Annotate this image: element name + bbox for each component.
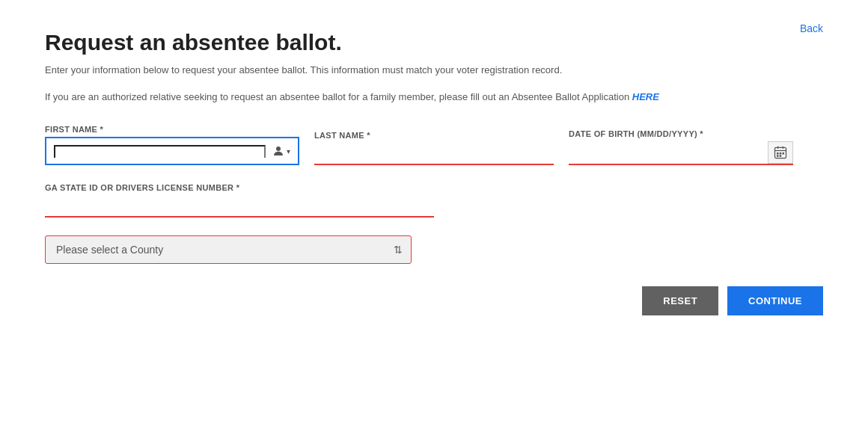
last-name-label: LAST NAME * bbox=[314, 131, 554, 140]
form-section: FIRST NAME * ▾ LAST NAME * bbox=[45, 125, 823, 264]
reset-button[interactable]: RESET bbox=[642, 286, 718, 315]
state-id-input[interactable] bbox=[45, 195, 434, 218]
button-row: RESET CONTINUE bbox=[45, 286, 823, 315]
authorized-note-prefix: If you are an authorized relative seekin… bbox=[45, 91, 632, 102]
page-container: Back Request an absentee ballot. Enter y… bbox=[0, 0, 868, 444]
svg-point-0 bbox=[276, 147, 281, 151]
continue-button[interactable]: CONTINUE bbox=[727, 286, 823, 315]
dob-wrapper bbox=[569, 141, 793, 165]
dob-label: DATE OF BIRTH (MM/DD/YYYY) * bbox=[569, 129, 793, 138]
last-name-field: LAST NAME * bbox=[314, 131, 554, 165]
dob-input[interactable] bbox=[569, 142, 763, 163]
last-name-input[interactable] bbox=[314, 143, 554, 165]
state-id-field: GA STATE ID OR DRIVERS LICENSE NUMBER * bbox=[45, 183, 434, 218]
back-link[interactable]: Back bbox=[800, 22, 823, 34]
chevron-down-icon: ▾ bbox=[287, 147, 290, 155]
first-name-label: FIRST NAME * bbox=[45, 125, 299, 134]
first-name-input[interactable] bbox=[54, 145, 266, 158]
svg-rect-6 bbox=[780, 152, 782, 155]
svg-rect-8 bbox=[777, 155, 779, 157]
svg-rect-7 bbox=[783, 152, 785, 155]
person-icon[interactable]: ▾ bbox=[272, 144, 290, 158]
svg-rect-9 bbox=[780, 155, 782, 157]
authorized-note-link[interactable]: HERE bbox=[632, 91, 659, 102]
page-title: Request an absentee ballot. bbox=[45, 30, 823, 55]
first-name-field: FIRST NAME * ▾ bbox=[45, 125, 299, 165]
form-row-2: GA STATE ID OR DRIVERS LICENSE NUMBER * bbox=[45, 183, 823, 218]
calendar-button[interactable] bbox=[768, 141, 793, 164]
description-text: Enter your information below to request … bbox=[45, 63, 823, 78]
form-row-1: FIRST NAME * ▾ LAST NAME * bbox=[45, 125, 823, 165]
state-id-label: GA STATE ID OR DRIVERS LICENSE NUMBER * bbox=[45, 183, 434, 192]
first-name-wrapper: ▾ bbox=[45, 137, 299, 165]
dob-field: DATE OF BIRTH (MM/DD/YYYY) * bbox=[569, 129, 793, 165]
svg-rect-5 bbox=[777, 152, 779, 155]
county-field: Please select a County ⇅ bbox=[45, 235, 412, 264]
authorized-note: If you are an authorized relative seekin… bbox=[45, 90, 823, 105]
county-select[interactable]: Please select a County bbox=[45, 235, 412, 264]
